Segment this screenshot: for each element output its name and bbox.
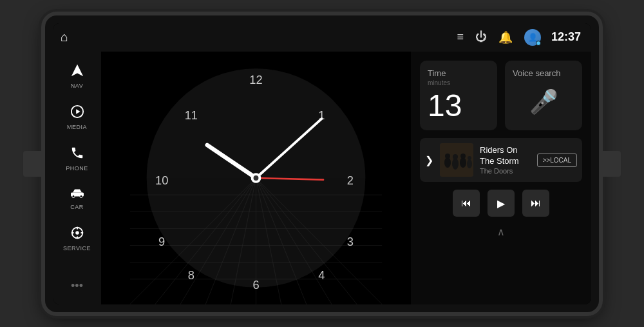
song-artist: The Doors	[480, 167, 531, 175]
service-icon	[70, 226, 84, 243]
bracket-right	[603, 151, 621, 177]
right-panel: Time minutes 13 Voice search 🎤 ❯	[411, 52, 591, 304]
svg-text:6: 6	[252, 278, 259, 292]
sidebar-item-label-phone: PHONE	[66, 165, 88, 172]
car-unit: ⌂ ≡ ⏻ 🔔 👤 12:37	[45, 15, 599, 312]
clock-area: 12 1 2 3 4 6 8 9 10 11	[101, 52, 411, 304]
player-controls: ⏮ ▶ ⏭	[420, 190, 582, 217]
home-icon[interactable]: ⌂	[61, 30, 68, 45]
voice-widget[interactable]: Voice search 🎤	[505, 61, 582, 131]
phone-icon	[70, 146, 84, 163]
main-content: NAV MEDIA	[53, 52, 591, 304]
menu-icon[interactable]: ≡	[457, 30, 464, 44]
svg-text:3: 3	[347, 234, 354, 248]
analog-clock: 12 1 2 3 4 6 8 9 10 11	[101, 52, 411, 304]
svg-point-7	[75, 231, 79, 235]
svg-point-49	[445, 154, 450, 159]
svg-point-52	[460, 157, 466, 168]
top-icons: ≡ ⏻ 🔔 👤	[457, 29, 541, 46]
svg-marker-0	[71, 64, 82, 75]
microphone-icon[interactable]: 🎤	[529, 88, 558, 115]
time-widget: Time minutes 13	[420, 61, 497, 131]
next-button[interactable]: ⏭	[522, 190, 549, 217]
digital-clock: 12:37	[551, 30, 583, 44]
svg-text:4: 4	[318, 268, 325, 281]
car-icon	[70, 187, 85, 202]
play-button[interactable]: ▶	[488, 190, 515, 217]
time-widget-value: 13	[428, 89, 489, 123]
song-title: Riders On The Storm	[480, 145, 531, 167]
svg-point-54	[467, 159, 472, 168]
music-info-row: ❯	[420, 138, 582, 182]
music-text: Riders On The Storm The Doors	[480, 145, 531, 175]
svg-text:9: 9	[158, 234, 165, 248]
chevron-down-row[interactable]: ∧	[420, 224, 582, 239]
time-widget-title: Time	[428, 68, 489, 78]
sidebar-item-media[interactable]: MEDIA	[56, 98, 98, 137]
avatar[interactable]: 👤	[524, 29, 541, 46]
power-icon[interactable]: ⏻	[475, 30, 487, 44]
local-button[interactable]: >>LOCAL	[537, 154, 577, 167]
svg-text:8: 8	[188, 268, 194, 281]
svg-point-48	[444, 157, 451, 168]
sidebar-item-label-service: SERVICE	[63, 245, 91, 252]
svg-text:2: 2	[347, 173, 354, 187]
prev-button[interactable]: ⏮	[453, 190, 480, 217]
svg-text:11: 11	[185, 108, 198, 121]
svg-point-53	[460, 154, 466, 159]
svg-text:12: 12	[249, 72, 262, 86]
sidebar: NAV MEDIA	[53, 52, 101, 304]
expand-button[interactable]: ❯	[425, 154, 433, 166]
sidebar-item-label-nav: NAV	[71, 83, 83, 89]
sidebar-item-nav[interactable]: NAV	[56, 57, 98, 95]
bracket-left	[23, 151, 41, 177]
svg-point-50	[452, 158, 459, 170]
voice-widget-title: Voice search	[513, 68, 560, 78]
screen: ⌂ ≡ ⏻ 🔔 👤 12:37	[53, 23, 591, 304]
avatar-dot	[536, 41, 541, 46]
widgets-row: Time minutes 13 Voice search 🎤	[420, 61, 582, 131]
sidebar-item-phone[interactable]: PHONE	[56, 139, 98, 178]
sidebar-item-label-car: CAR	[70, 204, 84, 210]
svg-text:10: 10	[155, 173, 168, 187]
album-art	[440, 143, 473, 177]
media-icon	[70, 104, 84, 122]
time-widget-subtitle: minutes	[428, 79, 489, 86]
svg-point-4	[72, 195, 75, 197]
bell-icon[interactable]: 🔔	[498, 30, 513, 45]
svg-point-45	[254, 175, 259, 181]
svg-point-5	[80, 195, 82, 197]
svg-marker-2	[76, 109, 80, 114]
sidebar-item-label-media: MEDIA	[67, 124, 87, 130]
status-bar: ⌂ ≡ ⏻ 🔔 👤 12:37	[53, 23, 591, 52]
svg-point-51	[453, 154, 458, 159]
svg-point-55	[468, 156, 471, 160]
sidebar-item-service[interactable]: SERVICE	[56, 219, 98, 258]
more-button[interactable]: •••	[64, 273, 90, 299]
chevron-down-icon: ∧	[497, 226, 505, 238]
nav-icon	[70, 63, 84, 81]
sidebar-item-car[interactable]: CAR	[56, 181, 98, 217]
